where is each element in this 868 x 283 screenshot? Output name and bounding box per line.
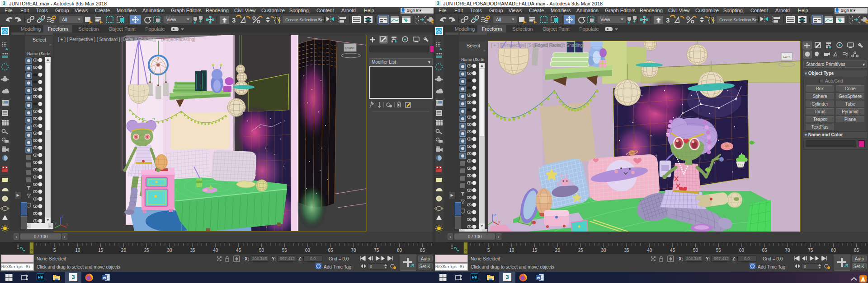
svg-text:w: w (102, 275, 106, 280)
svg-text:Z: Z (494, 213, 496, 217)
svg-text:Z: Z (61, 215, 64, 218)
svg-text:LEFT: LEFT (783, 56, 790, 58)
svg-text:X: X (498, 221, 500, 224)
svg-text:Y: Y (55, 222, 57, 225)
svg-text:w: w (536, 275, 540, 280)
svg-text:[Edged Faces]: [Edged Faces] (533, 43, 563, 48)
svg-text:[ + ] [ Perspective ] [ Standa: [ + ] [ Perspective ] [ Standard ] [Defa… (58, 37, 156, 42)
svg-text:FRONT: FRONT (345, 46, 355, 49)
svg-text:[EdgedFacesing]: [EdgedFacesing] (161, 37, 195, 42)
svg-text:X: X (66, 223, 68, 226)
